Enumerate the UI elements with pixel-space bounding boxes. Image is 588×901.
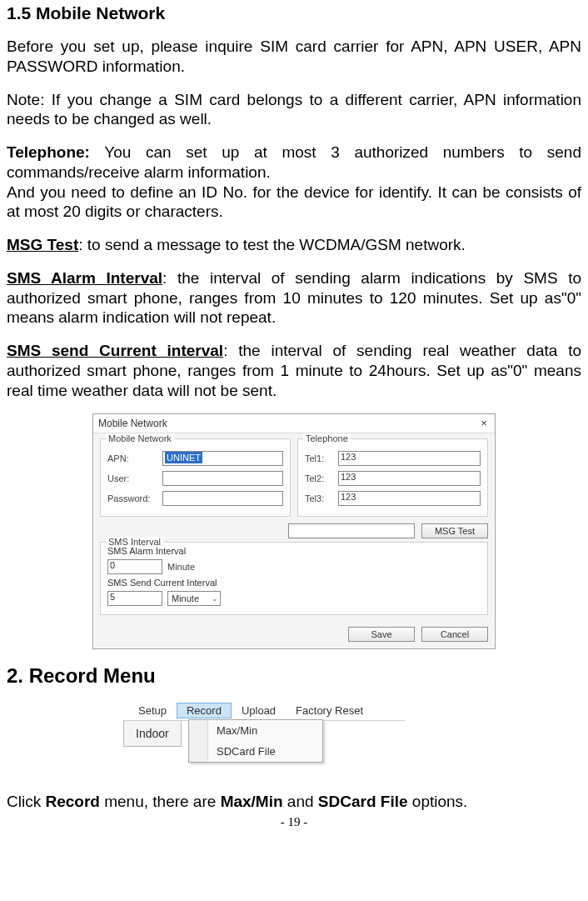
text: : to send a message to test the WCDMA/GS… [78, 236, 466, 253]
sms-send-current-input[interactable]: 5 [107, 591, 162, 606]
password-label: Password: [107, 493, 157, 503]
tel1-input[interactable]: 123 [338, 451, 481, 466]
record-dropdown: Max/Min SDCard File [188, 719, 323, 763]
tel3-input[interactable]: 123 [338, 491, 481, 506]
paragraph-msg-test: MSG Test: to send a message to test the … [7, 235, 581, 255]
text: And you need to define an ID No. for the… [7, 183, 581, 221]
text: menu, there are [100, 793, 221, 810]
group-mobile-network: Mobile Network APN: UNINET User: Passwor… [100, 438, 291, 517]
menu-upload[interactable]: Upload [232, 703, 286, 718]
cancel-button[interactable]: Cancel [421, 627, 488, 642]
group-legend: SMS Interval [106, 537, 163, 547]
tel1-label: Tel1: [305, 453, 333, 463]
menu-item-max-min[interactable]: Max/Min [208, 720, 322, 741]
paragraph-sms-alarm: SMS Alarm Interval: the interval of send… [7, 268, 581, 328]
sms-send-current-unit-select[interactable]: Minute ⌄ [167, 591, 221, 606]
paragraph-telephone: Telephone: You can set up at most 3 auth… [7, 143, 581, 222]
group-sms-interval: SMS Interval SMS Alarm Interval 0 Minute… [100, 542, 488, 615]
text-bold: Record [45, 793, 99, 810]
section-heading-1-5: 1.5 Mobile Network [7, 3, 581, 23]
text-bold: SDCard File [318, 793, 408, 810]
menu-setup[interactable]: Setup [128, 703, 177, 718]
menu-factory-reset[interactable]: Factory Reset [286, 703, 373, 718]
mobile-network-dialog: Mobile Network × Mobile Network APN: UNI… [92, 413, 496, 649]
user-label: User: [107, 473, 157, 483]
msg-test-button[interactable]: MSG Test [421, 523, 488, 538]
group-legend: Telephone [303, 433, 351, 443]
group-legend: Mobile Network [106, 433, 174, 443]
msg-test-input[interactable] [288, 523, 415, 538]
paragraph: Before you set up, please inquire SIM ca… [7, 37, 581, 77]
tel3-label: Tel3: [305, 493, 333, 503]
unit-label: Minute [167, 562, 195, 572]
menu-item-sdcard-file[interactable]: SDCard File [208, 741, 322, 762]
apn-input[interactable]: UNINET [162, 451, 283, 466]
caption: Click Record menu, there are Max/Min and… [7, 792, 581, 812]
password-input[interactable] [162, 491, 283, 506]
chevron-down-icon: ⌄ [212, 594, 218, 603]
close-icon[interactable]: × [478, 418, 490, 429]
apn-label: APN: [107, 453, 157, 463]
sms-alarm-interval-input[interactable]: 0 [107, 559, 162, 574]
menu-record[interactable]: Record [177, 703, 232, 718]
tel2-label: Tel2: [305, 473, 333, 483]
group-telephone: Telephone Tel1: 123 Tel2: 123 Tel3: 123 [297, 438, 488, 517]
text-bold: Max/Min [221, 793, 283, 810]
section-heading-2: 2. Record Menu [7, 664, 581, 688]
select-value: Minute [172, 593, 199, 603]
text: You can set up at most 3 authorized numb… [7, 143, 581, 181]
user-input[interactable] [162, 471, 283, 486]
apn-value: UNINET [165, 452, 202, 463]
label-sms-alarm-interval: SMS Alarm Interval [7, 269, 162, 287]
save-button[interactable]: Save [348, 627, 415, 642]
text: Click [7, 793, 45, 810]
paragraph-sms-current: SMS send Current interval: the interval … [7, 341, 581, 400]
label-msg-test: MSG Test [7, 236, 78, 253]
text: options. [408, 793, 468, 810]
label-telephone: Telephone: [7, 143, 90, 161]
text: and [283, 793, 318, 810]
sms-alarm-interval-label: SMS Alarm Interval [107, 546, 481, 556]
record-menu-figure: Setup Record Upload Factory Reset Indoor… [123, 701, 405, 792]
tab-indoor[interactable]: Indoor [123, 721, 182, 747]
dialog-titlebar: Mobile Network × [93, 414, 495, 433]
paragraph: Note: If you change a SIM card belongs t… [7, 90, 581, 130]
tel2-input[interactable]: 123 [338, 471, 481, 486]
page-number: - 19 - [7, 815, 581, 829]
sms-send-current-label: SMS Send Current Interval [107, 578, 481, 588]
dialog-title: Mobile Network [98, 418, 167, 429]
label-sms-send-current: SMS send Current interval [7, 342, 223, 359]
menubar: Setup Record Upload Factory Reset [123, 701, 405, 721]
